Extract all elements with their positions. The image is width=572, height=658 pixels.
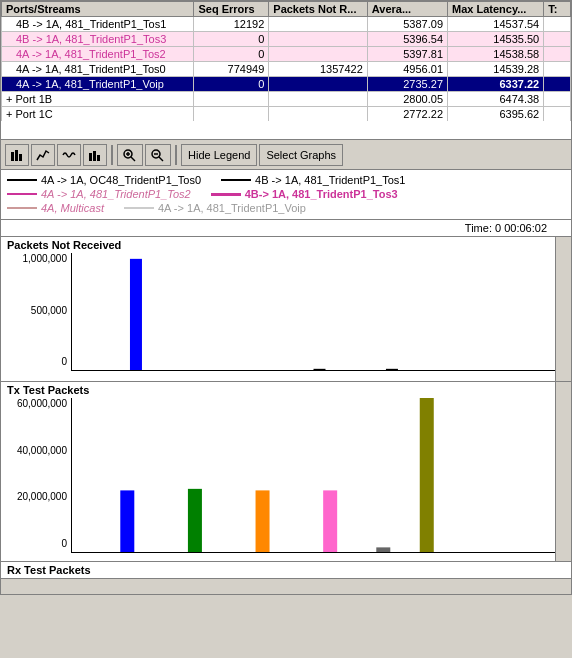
svg-rect-19 bbox=[323, 490, 337, 552]
chart2-scrollbar[interactable] bbox=[555, 382, 571, 561]
svg-rect-5 bbox=[97, 155, 100, 161]
cell-max: 14538.58 bbox=[448, 47, 544, 62]
cell-ports: 4B -> 1A, 481_TridentP1_Tos1 bbox=[2, 17, 194, 32]
legend-line-5 bbox=[7, 207, 37, 209]
chart-button[interactable] bbox=[5, 144, 29, 166]
toolbar-sep1 bbox=[111, 145, 113, 165]
chart-icon bbox=[10, 148, 24, 162]
toolbar-sep2 bbox=[175, 145, 177, 165]
cell-t bbox=[544, 62, 571, 77]
table-row[interactable]: + Port 1C 2772.22 6395.62 bbox=[2, 107, 571, 122]
legend-row-2: 4A -> 1A, 481_TridentP1_Tos2 4B-> 1A, 48… bbox=[7, 188, 565, 200]
time-display: Time: 0 00:06:02 bbox=[0, 220, 572, 237]
col-header-ports: Ports/Streams bbox=[2, 2, 194, 17]
chart1-y-label-1: 1,000,000 bbox=[23, 253, 68, 264]
svg-rect-4 bbox=[93, 151, 96, 161]
zoom-in-icon bbox=[122, 148, 138, 162]
chart2-y-label-1: 60,000,000 bbox=[17, 398, 67, 409]
cell-avg: 2772.22 bbox=[367, 107, 447, 122]
cell-seq bbox=[194, 92, 269, 107]
svg-rect-21 bbox=[420, 398, 434, 552]
cell-seq: 12192 bbox=[194, 17, 269, 32]
legend-label-6: 4A -> 1A, 481_TridentP1_Voip bbox=[158, 202, 306, 214]
cell-ports: 4A -> 1A, 481_TridentP1_Voip bbox=[2, 77, 194, 92]
table-scroll-area[interactable]: Ports/Streams Seq Errors Packets Not R..… bbox=[1, 1, 571, 121]
bar-chart-button[interactable] bbox=[83, 144, 107, 166]
cell-ports: 4B -> 1A, 481_TridentP1_Tos3 bbox=[2, 32, 194, 47]
bar-chart-icon bbox=[88, 148, 102, 162]
select-graphs-button[interactable]: Select Graphs bbox=[259, 144, 343, 166]
legend-label-3: 4A -> 1A, 481_TridentP1_Tos2 bbox=[41, 188, 191, 200]
table-row[interactable]: + Port 1B 2800.05 6474.38 bbox=[2, 92, 571, 107]
chart2-container: 60,000,000 40,000,000 20,000,000 0 bbox=[1, 398, 571, 553]
zoom-out-button[interactable] bbox=[145, 144, 171, 166]
cell-pnr bbox=[269, 92, 368, 107]
legend-line-4 bbox=[211, 193, 241, 196]
chart1-scrollbar[interactable] bbox=[555, 237, 571, 381]
legend-row-3: 4A, Multicast 4A -> 1A, 481_TridentP1_Vo… bbox=[7, 202, 565, 214]
cell-max: 14539.28 bbox=[448, 62, 544, 77]
legend-line-3 bbox=[7, 193, 37, 195]
table-row[interactable]: 4B -> 1A, 481_TridentP1_Tos1 12192 5387.… bbox=[2, 17, 571, 32]
svg-rect-2 bbox=[19, 154, 22, 161]
svg-line-11 bbox=[159, 157, 163, 161]
cell-seq: 774949 bbox=[194, 62, 269, 77]
svg-rect-14 bbox=[314, 369, 326, 370]
table-row[interactable]: 4A -> 1A, 481_TridentP1_Tos2 0 5397.81 1… bbox=[2, 47, 571, 62]
svg-rect-0 bbox=[11, 152, 14, 161]
cell-max: 14537.54 bbox=[448, 17, 544, 32]
cell-max: 6395.62 bbox=[448, 107, 544, 122]
cell-pnr bbox=[269, 77, 368, 92]
chart2-title: Tx Test Packets bbox=[1, 382, 571, 398]
cell-avg: 5397.81 bbox=[367, 47, 447, 62]
line-chart-button[interactable] bbox=[31, 144, 55, 166]
legend-line-6 bbox=[124, 207, 154, 209]
hide-legend-button[interactable]: Hide Legend bbox=[181, 144, 257, 166]
cell-t bbox=[544, 77, 571, 92]
legend-label-1: 4A -> 1A, OC48_TridentP1_Tos0 bbox=[41, 174, 201, 186]
legend-row-1: 4A -> 1A, OC48_TridentP1_Tos0 4B -> 1A, … bbox=[7, 174, 565, 186]
legend-section: 4A -> 1A, OC48_TridentP1_Tos0 4B -> 1A, … bbox=[0, 170, 572, 220]
chart2-y-label-2: 40,000,000 bbox=[17, 445, 67, 456]
chart1-y-axis: 1,000,000 500,000 0 bbox=[1, 253, 71, 371]
cell-t bbox=[544, 107, 571, 122]
cell-t bbox=[544, 17, 571, 32]
h-scrollbar[interactable] bbox=[0, 579, 572, 595]
chart2-y-label-3: 20,000,000 bbox=[17, 491, 67, 502]
svg-rect-15 bbox=[386, 369, 398, 370]
legend-label-5: 4A, Multicast bbox=[41, 202, 104, 214]
table-row[interactable]: 4A -> 1A, 481_TridentP1_Tos0 774949 1357… bbox=[2, 62, 571, 77]
legend-item-2: 4B -> 1A, 481_TridentP1_Tos1 bbox=[221, 174, 405, 186]
chart3-title-bar: Rx Test Packets bbox=[0, 562, 572, 579]
col-header-seq: Seq Errors bbox=[194, 2, 269, 17]
legend-label-4: 4B-> 1A, 481_TridentP1_Tos3 bbox=[245, 188, 398, 200]
chart1-area: Packets Not Received 1,000,000 500,000 0 bbox=[0, 237, 572, 382]
cell-seq: 0 bbox=[194, 47, 269, 62]
chart3-title: Rx Test Packets bbox=[7, 564, 91, 576]
chart1-title: Packets Not Received bbox=[1, 237, 571, 253]
wave-button[interactable] bbox=[57, 144, 81, 166]
legend-item-6: 4A -> 1A, 481_TridentP1_Voip bbox=[124, 202, 306, 214]
zoom-out-icon bbox=[150, 148, 166, 162]
col-header-pnr: Packets Not R... bbox=[269, 2, 368, 17]
cell-t bbox=[544, 47, 571, 62]
table-row[interactable]: 4B -> 1A, 481_TridentP1_Tos3 0 5396.54 1… bbox=[2, 32, 571, 47]
legend-line-2 bbox=[221, 179, 251, 181]
legend-item-3: 4A -> 1A, 481_TridentP1_Tos2 bbox=[7, 188, 191, 200]
svg-rect-3 bbox=[89, 153, 92, 161]
cell-t bbox=[544, 32, 571, 47]
line-chart-icon bbox=[36, 148, 50, 162]
cell-ports: 4A -> 1A, 481_TridentP1_Tos0 bbox=[2, 62, 194, 77]
col-header-max: Max Latency... bbox=[448, 2, 544, 17]
chart2-area: Tx Test Packets 60,000,000 40,000,000 20… bbox=[0, 382, 572, 562]
toolbar: Hide Legend Select Graphs bbox=[0, 140, 572, 170]
cell-pnr bbox=[269, 107, 368, 122]
chart2-y-axis: 60,000,000 40,000,000 20,000,000 0 bbox=[1, 398, 71, 553]
cell-pnr bbox=[269, 32, 368, 47]
cell-ports: + Port 1B bbox=[2, 92, 194, 107]
table-row[interactable]: 4A -> 1A, 481_TridentP1_Voip 0 2735.27 6… bbox=[2, 77, 571, 92]
cell-ports: + Port 1C bbox=[2, 107, 194, 122]
zoom-in-button[interactable] bbox=[117, 144, 143, 166]
chart1-svg bbox=[72, 253, 555, 370]
chart2-y-label-4: 0 bbox=[61, 538, 67, 549]
